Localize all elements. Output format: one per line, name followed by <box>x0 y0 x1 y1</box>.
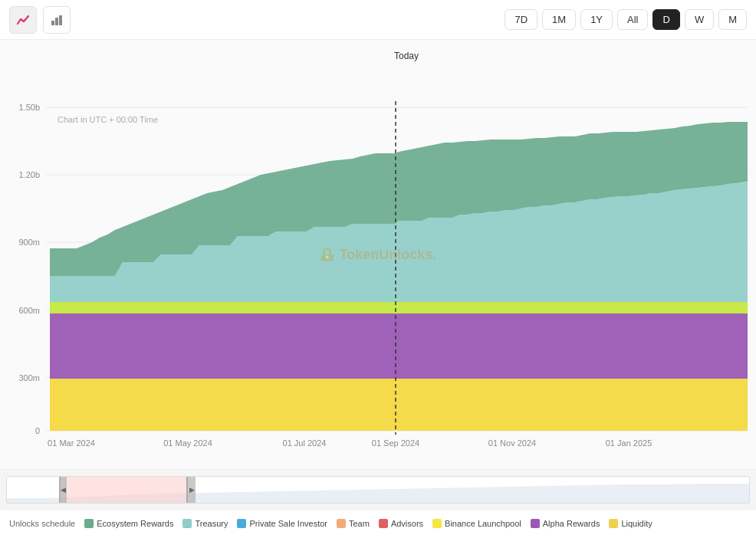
svg-rect-0 <box>51 21 54 25</box>
liquidity-label: Liquidity <box>621 519 652 528</box>
chart-container: Today 0 300m 600m 900m 1.20b 1.50b Chart… <box>0 40 756 469</box>
svg-text:01 Jan 2025: 01 Jan 2025 <box>606 438 652 448</box>
svg-text:1.20b: 1.20b <box>18 170 40 179</box>
1y-button[interactable]: 1Y <box>580 9 613 30</box>
legend-item-team: Team <box>337 519 370 528</box>
range-track[interactable]: ◀ ▶ <box>6 476 750 504</box>
legend-item-advisors: Advisors <box>379 519 423 528</box>
svg-text:01 Jul 2024: 01 Jul 2024 <box>283 438 327 448</box>
range-handle-right[interactable]: ▶ <box>188 477 196 503</box>
ecosystem-rewards-label: Ecosystem Rewards <box>97 519 173 528</box>
w-button[interactable]: W <box>685 9 714 30</box>
d-button[interactable]: D <box>652 9 679 30</box>
liquidity-dot <box>609 519 618 528</box>
svg-rect-1 <box>55 18 58 25</box>
treasury-dot <box>182 519 192 528</box>
team-dot <box>337 519 346 528</box>
legend-item-ecosystem: Ecosystem Rewards <box>84 519 173 528</box>
1m-button[interactable]: 1M <box>542 9 576 30</box>
team-label: Team <box>349 519 370 528</box>
svg-marker-23 <box>50 379 748 431</box>
binance-label: Binance Launchpool <box>445 519 521 528</box>
svg-rect-2 <box>59 15 62 25</box>
svg-text:Chart in UTC + 00:00 Time: Chart in UTC + 00:00 Time <box>58 115 158 124</box>
today-label: Today <box>394 51 419 61</box>
legend-item-private-sale: Private Sale Investor <box>237 519 327 528</box>
bar-chart-button[interactable] <box>43 6 71 34</box>
range-highlight <box>59 477 188 503</box>
legend-item-liquidity: Liquidity <box>609 519 652 528</box>
private-sale-label: Private Sale Investor <box>249 519 327 528</box>
all-button[interactable]: All <box>617 9 648 30</box>
toolbar: 7D 1M 1Y All D W M <box>0 0 756 40</box>
legend-prefix: Unlocks schedule <box>9 519 75 528</box>
advisors-dot <box>379 519 388 528</box>
svg-text:1.50b: 1.50b <box>18 103 40 112</box>
binance-dot <box>432 519 442 528</box>
range-handle-left[interactable]: ◀ <box>59 477 67 503</box>
m-button[interactable]: M <box>718 9 747 30</box>
legend-item-treasury: Treasury <box>182 519 228 528</box>
chart-svg: 0 300m 600m 900m 1.20b 1.50b Chart in UT… <box>0 40 756 469</box>
treasury-label: Treasury <box>195 519 228 528</box>
toolbar-left <box>9 6 71 34</box>
legend: Unlocks schedule Ecosystem Rewards Treas… <box>0 509 756 537</box>
svg-text:900m: 900m <box>18 238 40 247</box>
7d-button[interactable]: 7D <box>505 9 537 30</box>
svg-text:0: 0 <box>35 426 40 435</box>
range-selector[interactable]: ◀ ▶ <box>0 469 756 509</box>
svg-text:300m: 300m <box>18 373 40 382</box>
svg-marker-25 <box>50 302 748 313</box>
line-chart-button[interactable] <box>9 6 37 34</box>
svg-marker-24 <box>50 313 748 379</box>
ecosystem-rewards-dot <box>84 519 94 528</box>
svg-text:600m: 600m <box>18 306 40 315</box>
private-sale-dot <box>237 519 246 528</box>
legend-item-binance: Binance Launchpool <box>432 519 521 528</box>
svg-text:01 Mar 2024: 01 Mar 2024 <box>48 438 95 448</box>
alpha-label: Alpha Rewards <box>543 519 600 528</box>
toolbar-right: 7D 1M 1Y All D W M <box>505 9 747 30</box>
legend-item-alpha: Alpha Rewards <box>531 519 600 528</box>
alpha-dot <box>531 519 540 528</box>
svg-text:01 May 2024: 01 May 2024 <box>163 438 212 448</box>
svg-text:01 Sep 2024: 01 Sep 2024 <box>372 438 419 448</box>
advisors-label: Advisors <box>391 519 423 528</box>
svg-text:01 Nov 2024: 01 Nov 2024 <box>488 438 536 448</box>
